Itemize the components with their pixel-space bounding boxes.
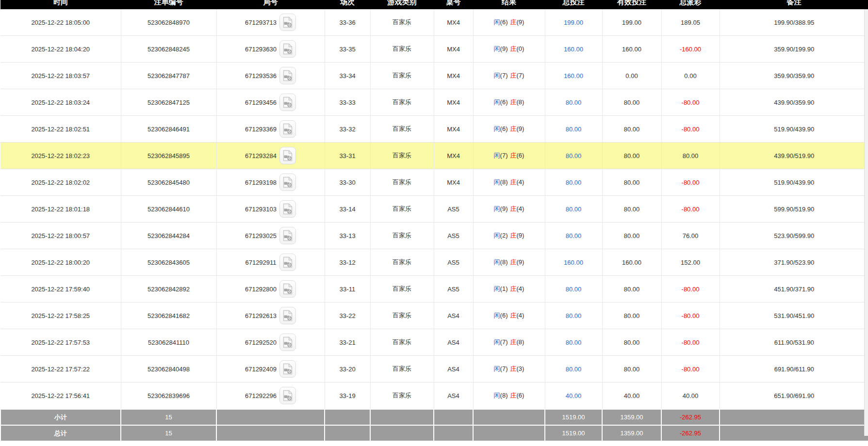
cell-payout: 80.00: [661, 143, 720, 169]
table-row[interactable]: 2025-12-22 17:56:41 523062839696 6712922…: [0, 382, 868, 410]
cell-time: 2025-12-22 17:58:25: [0, 303, 121, 329]
video-replay-button[interactable]: [279, 200, 296, 218]
cell-valid-bet: 80.00: [602, 303, 661, 329]
cell-time: 2025-12-22 18:02:51: [0, 116, 121, 143]
cell-time: 2025-12-22 17:56:41: [0, 382, 121, 410]
cell-game: 百家乐: [370, 303, 434, 329]
table-row[interactable]: 2025-12-22 18:03:24 523062847125 6712934…: [0, 89, 868, 116]
cell-game: 百家乐: [370, 169, 434, 196]
total-bet-link[interactable]: 80.00: [566, 312, 582, 319]
video-replay-button[interactable]: [279, 174, 296, 191]
total-bet-link[interactable]: 80.00: [566, 206, 582, 213]
video-replay-button[interactable]: [279, 120, 296, 138]
totals-total-bet: 1519.00: [545, 409, 602, 425]
video-file-icon: [282, 283, 293, 295]
video-replay-button[interactable]: [279, 227, 296, 244]
totals-label: 小计: [0, 409, 121, 425]
cell-result: 闲(1)庄(4): [473, 276, 545, 303]
video-replay-button[interactable]: [279, 360, 296, 378]
cell-table-no: AS5: [434, 223, 473, 249]
table-row[interactable]: 2025-12-22 17:57:22 523062840498 6712924…: [0, 356, 868, 382]
cell-round: 671293198: [216, 169, 325, 196]
video-replay-button[interactable]: [279, 147, 296, 164]
cell-payout: -80.00: [661, 116, 720, 143]
banker-result-label: 庄: [510, 338, 517, 346]
round-number: 671292296: [245, 392, 277, 399]
total-bet-link[interactable]: 160.00: [564, 46, 583, 53]
table-row[interactable]: 2025-12-22 18:02:23 523062845895 6712932…: [0, 143, 868, 169]
total-bet-link[interactable]: 80.00: [566, 99, 582, 106]
cell-game: 百家乐: [370, 249, 434, 276]
cell-round: 671293630: [216, 36, 325, 63]
banker-result-label: 庄: [510, 232, 517, 239]
cell-time: 2025-12-22 18:05:00: [0, 9, 121, 36]
banker-result-label: 庄: [510, 125, 517, 132]
column-header-table-no: 桌号: [434, 0, 473, 9]
table-footer: 小计 15 1519.00 1359.00 -262.95 总计 15 1519…: [0, 409, 868, 441]
banker-points: (7): [517, 72, 524, 79]
total-bet-link[interactable]: 80.00: [566, 339, 582, 346]
cell-round: 671292296: [216, 382, 325, 410]
player-points: (7): [500, 152, 508, 159]
cell-game: 百家乐: [370, 9, 434, 36]
total-bet-link[interactable]: 80.00: [566, 232, 582, 239]
round-number: 671293103: [245, 206, 277, 213]
round-number: 671292800: [245, 286, 277, 293]
total-bet-link[interactable]: 199.00: [564, 19, 583, 26]
total-bet-link[interactable]: 40.00: [566, 392, 582, 399]
cell-bet-id: 523062845480: [121, 169, 216, 196]
video-replay-button[interactable]: [279, 254, 296, 271]
cell-bet-id: 523062845895: [121, 143, 216, 169]
cell-bet-id: 523062847125: [121, 89, 216, 116]
totals-valid-bet: 1359.00: [602, 409, 661, 425]
cell-session: 33-22: [325, 303, 370, 329]
cell-round: 671292520: [216, 329, 325, 356]
cell-game: 百家乐: [370, 276, 434, 303]
cell-result: 闲(8)庄(9): [473, 249, 545, 276]
cell-valid-bet: 40.00: [602, 382, 661, 410]
player-result-label: 闲: [494, 72, 500, 79]
video-replay-button[interactable]: [279, 40, 296, 58]
cell-valid-bet: 160.00: [602, 249, 661, 276]
scrollbar-track[interactable]: [864, 9, 868, 436]
total-bet-link[interactable]: 80.00: [566, 366, 582, 373]
total-bet-link[interactable]: 80.00: [566, 179, 582, 186]
table-row[interactable]: 2025-12-22 18:02:51 523062846491 6712933…: [0, 116, 868, 143]
cell-payout: -80.00: [661, 276, 720, 303]
cell-round: 671293713: [216, 9, 325, 36]
table-row[interactable]: 2025-12-22 17:57:53 523062841110 6712925…: [0, 329, 868, 356]
table-row[interactable]: 2025-12-22 18:02:02 523062845480 6712931…: [0, 169, 868, 196]
table-row[interactable]: 2025-12-22 18:05:00 523062848970 6712937…: [0, 9, 868, 36]
table-row[interactable]: 2025-12-22 17:59:40 523062842892 6712928…: [0, 276, 868, 303]
video-replay-button[interactable]: [279, 67, 296, 84]
table-row[interactable]: 2025-12-22 18:04:20 523062848245 6712936…: [0, 36, 868, 63]
cell-session: 33-11: [325, 276, 370, 303]
cell-result: 闲(6)庄(9): [473, 116, 545, 143]
table-row[interactable]: 2025-12-22 18:01:18 523062844610 6712931…: [0, 196, 868, 223]
total-bet-link[interactable]: 80.00: [566, 126, 582, 133]
table-row[interactable]: 2025-12-22 18:00:20 523062843605 6712929…: [0, 249, 868, 276]
table-row[interactable]: 2025-12-22 17:58:25 523062841682 6712926…: [0, 303, 868, 329]
cell-valid-bet: 80.00: [602, 356, 661, 382]
video-file-icon: [282, 96, 293, 108]
video-replay-button[interactable]: [279, 387, 296, 404]
video-replay-button[interactable]: [279, 334, 296, 351]
player-points: (6): [500, 98, 508, 106]
video-replay-button[interactable]: [279, 307, 296, 324]
column-header-round: 局号: [216, 0, 325, 9]
video-replay-button[interactable]: [279, 94, 296, 111]
total-bet-link[interactable]: 80.00: [566, 152, 582, 159]
table-row[interactable]: 2025-12-22 18:03:57 523062847787 6712935…: [0, 63, 868, 89]
total-bet-link[interactable]: 160.00: [564, 259, 583, 266]
total-bet-link[interactable]: 80.00: [566, 286, 582, 293]
video-replay-button[interactable]: [279, 280, 296, 298]
banker-points: (6): [517, 152, 524, 159]
total-bet-link[interactable]: 160.00: [564, 72, 583, 80]
banker-points: (4): [517, 205, 524, 212]
video-replay-button[interactable]: [279, 14, 296, 31]
cell-round: 671293103: [216, 196, 325, 223]
banker-result-label: 庄: [510, 312, 517, 319]
cell-result: 闲(8)庄(4): [473, 169, 545, 196]
banker-result-label: 庄: [510, 285, 517, 292]
table-row[interactable]: 2025-12-22 18:00:57 523062844284 6712930…: [0, 223, 868, 249]
